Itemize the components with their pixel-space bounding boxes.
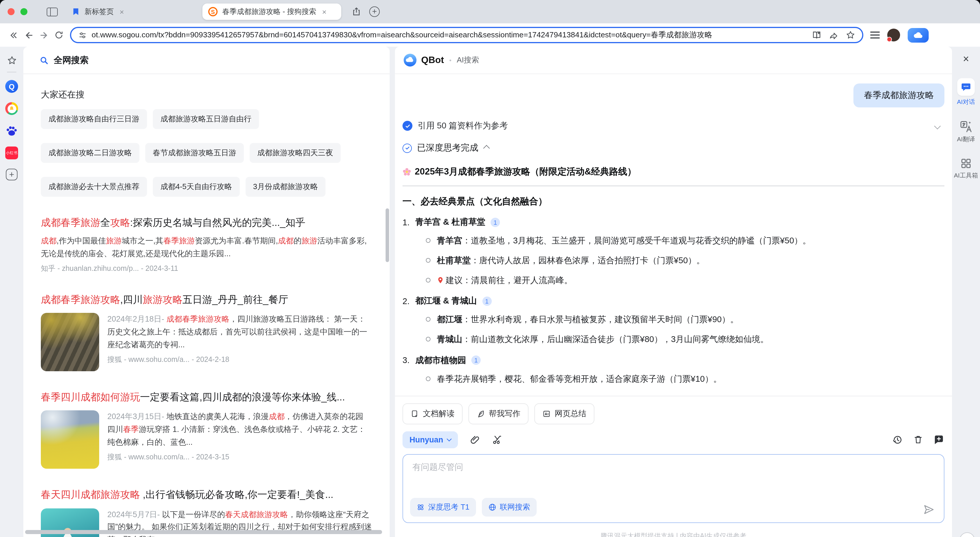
refresh-icon[interactable]: [51, 27, 67, 43]
answer-title: 2025年3月成都春季旅游攻略（附限定活动&经典路线）: [402, 166, 944, 178]
related-chip[interactable]: 成都旅游攻略四天三夜: [250, 143, 340, 163]
doc-read-button[interactable]: 文档解读: [402, 403, 463, 424]
delete-icon[interactable]: [913, 434, 923, 445]
close-window-button[interactable]: [8, 8, 14, 15]
related-chip[interactable]: 成都旅游攻略二日游攻略: [41, 143, 139, 163]
search-panel-header: 全网搜索: [23, 47, 390, 74]
screenshot-button[interactable]: [492, 434, 502, 445]
related-searches-title: 大家还在搜: [41, 89, 372, 100]
result-snippet: 2024年2月18日- 成都春季旅游攻略，四川旅游攻略五日游路线： 第一天：历史…: [107, 313, 372, 351]
new-chat-icon[interactable]: [933, 434, 944, 445]
collapse-sidebar-icon[interactable]: [6, 27, 21, 43]
baidu-icon[interactable]: [5, 124, 18, 137]
menu-icon[interactable]: [870, 34, 880, 36]
add-app-icon[interactable]: +: [6, 169, 18, 180]
bookmark-icon: [72, 7, 80, 16]
answer-title-text: 2025年3月成都春季旅游攻略（附限定活动&经典路线）: [415, 166, 636, 178]
rail-item-ai-translate[interactable]: AI翻译: [957, 120, 975, 143]
result-title-link[interactable]: 成都春季旅游攻略,四川旅游攻略五日游_丹丹_前往_餐厅: [41, 294, 372, 307]
send-to-device-icon[interactable]: [829, 30, 838, 40]
item-name: 青羊宫 & 杜甫草堂: [415, 217, 485, 228]
tab-strip: 新标签页 × S 春季成都旅游攻略 - 搜狗搜索 × +: [0, 0, 980, 23]
rail-label: AI工具箱: [954, 172, 978, 180]
citation-badge[interactable]: 1: [491, 217, 500, 227]
chat-input[interactable]: 有问题尽管问 深度思考 T1 联网搜索: [402, 454, 944, 523]
chevron-up-icon[interactable]: [483, 145, 490, 151]
tab-sogou-search[interactable]: S 春季成都旅游攻略 - 搜狗搜索 ×: [202, 3, 341, 20]
related-chip[interactable]: 春节成都旅游攻略五日游: [145, 143, 244, 163]
result-title-link[interactable]: 春天四川成都旅游攻略 ,出行省钱畅玩必备攻略,你一定要看!_美食...: [41, 489, 372, 502]
list-item: 2. 都江堰 & 青城山 1: [402, 296, 944, 307]
close-qbot-icon[interactable]: ×: [963, 54, 969, 64]
result-thumbnail[interactable]: [41, 411, 99, 469]
section-divider: [395, 395, 952, 396]
tab-new-tab-page[interactable]: 新标签页 ×: [72, 7, 192, 17]
result-snippet: 成都,作为中国最佳旅游城市之一,其春季旅游资源尤为丰富.春节期间,成都的旅游活动…: [41, 235, 372, 260]
bullet-marker: [426, 337, 431, 341]
browser-window: 新标签页 × S 春季成都旅游攻略 - 搜狗搜索 × +: [0, 0, 980, 537]
reading-list-icon[interactable]: [812, 30, 821, 40]
forward-icon[interactable]: [36, 27, 51, 43]
chevron-down-icon[interactable]: [934, 123, 941, 129]
search-result: 成都春季旅游全攻略:探索历史名城与自然风光的完美..._知乎 成都,作为中国最佳…: [41, 217, 372, 274]
toolbar: ot.www.sogou.com/tx?bddn=909339541265795…: [0, 23, 980, 47]
qbot-cloud-button[interactable]: [908, 28, 929, 42]
related-chip[interactable]: 成都旅游攻略自由行三日游: [41, 109, 147, 129]
deep-think-row[interactable]: 已深度思考完成: [402, 142, 944, 153]
citation-badge[interactable]: 1: [482, 296, 492, 306]
user-query-bubble: 春季成都旅游攻略: [853, 83, 944, 107]
result-thumbnail[interactable]: [41, 313, 99, 371]
bullet-marker: [426, 317, 431, 322]
qq-browser-icon[interactable]: Q: [5, 80, 18, 93]
xiaohongshu-icon[interactable]: 小红书: [5, 147, 18, 159]
history-icon[interactable]: [892, 434, 903, 445]
sidebar-toggle-icon[interactable]: [47, 7, 58, 16]
citations-row[interactable]: 引用 50 篇资料作为参考: [402, 120, 944, 131]
result-title-link[interactable]: 成都春季旅游全攻略:探索历史名城与自然风光的完美..._知乎: [41, 217, 372, 229]
deep-think-toggle[interactable]: 深度思考 T1: [410, 497, 476, 516]
close-tab-icon[interactable]: ×: [321, 7, 328, 16]
window-controls: [0, 8, 27, 15]
related-chip[interactable]: 3月份成都旅游攻略: [246, 177, 326, 197]
horizontal-scrollbar[interactable]: [25, 530, 382, 534]
related-chip[interactable]: 成都4-5天自由行攻略: [153, 177, 240, 197]
page-summary-button[interactable]: 网页总结: [535, 403, 594, 424]
citation-badge[interactable]: 1: [471, 356, 480, 365]
url-text[interactable]: ot.www.sogou.com/tx?bddn=909339541265795…: [92, 30, 812, 40]
result-source: 知乎 - zhuanlan.zhihu.com/p... - 2024-3-11: [41, 264, 372, 274]
item-number: 1.: [402, 217, 415, 227]
list-bullet: 杜甫草堂：唐代诗人故居，园林春色浓厚，适合拍照打卡（门票¥50）。: [426, 255, 944, 267]
close-tab-icon[interactable]: ×: [118, 7, 125, 16]
share-tab-icon[interactable]: [352, 7, 361, 16]
send-icon[interactable]: [923, 504, 934, 515]
related-chip[interactable]: 成都旅游必去十大景点推荐: [41, 177, 147, 197]
globe-icon: [488, 503, 496, 511]
list-bullet: 都江堰：世界水利奇观，春日水景与植被复苏，建议预留半天时间（门票¥90）。: [426, 314, 944, 327]
qbot-footer-note: 腾讯混元大模型提供支持 | 内容由AI生成仅供参考: [402, 531, 944, 537]
qbot-brand: QBot: [421, 55, 444, 65]
rail-item-ai-chat[interactable]: AI对话: [957, 78, 975, 106]
new-tab-button[interactable]: +: [369, 6, 380, 17]
model-selector[interactable]: Hunyuan: [402, 431, 458, 448]
result-title-link[interactable]: 春季四川成都如何游玩一定要看这篇,四川成都的浪漫等你来体验_线...: [41, 391, 372, 404]
vertical-scrollbar[interactable]: [386, 209, 389, 262]
back-icon[interactable]: [21, 27, 36, 43]
web-search-toggle[interactable]: 联网搜索: [482, 497, 537, 516]
favorites-star-icon[interactable]: [7, 56, 17, 65]
write-help-button[interactable]: 帮我写作: [468, 403, 528, 424]
address-bar[interactable]: ot.www.sogou.com/tx?bddn=909339541265795…: [70, 27, 863, 43]
profile-avatar[interactable]: [887, 29, 900, 41]
attach-file-button[interactable]: [469, 434, 480, 445]
bookmark-star-icon[interactable]: [846, 30, 855, 40]
related-chip[interactable]: 成都旅游攻略五日游自由行: [153, 109, 259, 129]
zoom-window-button[interactable]: [21, 8, 27, 15]
answer-divider: [402, 186, 944, 186]
rail-item-ai-toolbox[interactable]: AI工具箱: [954, 158, 978, 180]
composer-toolbar: Hunyuan: [402, 431, 944, 448]
ai-chat-icon: [961, 82, 971, 92]
tencent-news-icon[interactable]: [5, 102, 18, 115]
cloud-icon: [912, 31, 924, 39]
bullet-marker: [426, 277, 431, 282]
qbot-header: QBot • AI搜索: [395, 47, 952, 74]
site-controls-icon[interactable]: [78, 31, 87, 40]
